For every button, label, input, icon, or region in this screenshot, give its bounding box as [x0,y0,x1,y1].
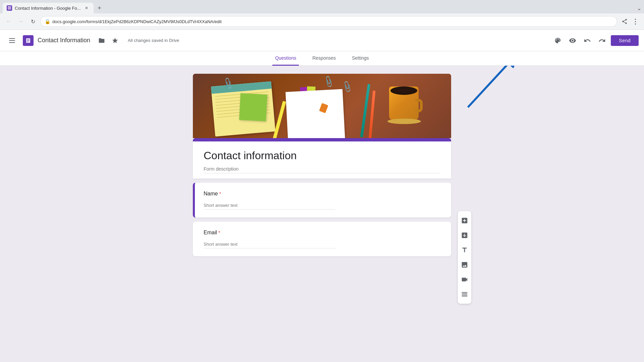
mug-saucer [387,119,421,124]
folder-icon[interactable] [96,35,108,47]
forward-button[interactable]: → [16,17,25,26]
hero-image: 📎 📎 📎 [193,74,451,138]
add-title-button[interactable] [458,243,471,257]
name-answer-input[interactable] [204,203,335,209]
tab-questions[interactable]: Questions [272,51,299,66]
tab-menu-button[interactable]: ⌄ [637,5,641,11]
browser-toolbar-right: ⋮ [620,17,640,26]
svg-rect-5 [27,40,30,41]
question-card-name: Name * [193,183,451,218]
svg-rect-2 [8,9,11,9]
redo-icon[interactable] [596,35,608,47]
white-paper [285,89,345,138]
address-bar-row: ← → ↻ 🔒 docs.google.com/forms/d/1EkjZePd… [0,13,644,29]
tab-responses[interactable]: Responses [310,51,338,66]
form-tabs: Questions Responses Settings [0,51,644,66]
sidebar-tools [458,211,471,304]
saved-status: All changes saved in Drive [128,38,179,43]
required-star-name: * [219,191,221,196]
add-question-button[interactable] [458,214,471,227]
form-title[interactable]: Contact information [204,149,440,162]
svg-rect-0 [8,6,11,7]
tab-close-button[interactable]: ✕ [84,5,90,11]
mug-handle [415,99,423,112]
forms-logo-icon [23,35,34,46]
question-card-email: Email * [193,222,451,256]
hero-desk-bg: 📎 📎 📎 [193,74,451,138]
app-header: Contact Information All changes saved in… [0,30,644,51]
app-logo [23,35,34,46]
browser-chrome: Contact Information - Google Fo... ✕ + ⌄… [0,0,644,30]
send-button[interactable]: Send [611,35,639,46]
svg-rect-4 [27,39,30,40]
header-icons [96,35,121,47]
coffee-mug [384,80,424,124]
lock-icon: 🔒 [45,19,50,24]
svg-line-8 [468,66,508,107]
import-question-button[interactable] [458,229,471,242]
question-label-name: Name * [204,191,443,197]
hamburger-menu-button[interactable] [5,34,19,47]
address-bar[interactable]: 🔒 docs.google.com/forms/d/1EkjZePd2B6zKD… [40,16,617,27]
tab-settings[interactable]: Settings [349,51,372,66]
main-content: 📎 📎 📎 [0,66,644,360]
app-title: Contact Information [38,37,90,44]
add-video-button[interactable] [458,273,471,286]
undo-icon[interactable] [581,35,593,47]
more-button[interactable]: ⋮ [631,17,640,26]
mug-coffee [390,86,417,95]
url-text: docs.google.com/forms/d/1EkjZePd2B6zKDPN… [52,19,613,24]
postit-green [239,93,267,121]
add-section-button[interactable] [458,288,471,301]
question-label-email: Email * [204,230,443,236]
header-right: Send [552,35,639,47]
orange-pen [368,90,375,138]
email-answer-input[interactable] [204,242,335,248]
arrow-annotation [458,66,525,114]
tab-favicon [7,5,12,11]
hamburger-icon [9,38,15,43]
paperclip-2: 📎 [322,75,335,88]
svg-rect-6 [27,41,29,42]
star-icon[interactable] [109,35,121,47]
new-tab-button[interactable]: + [95,3,104,13]
form-description-input[interactable] [204,166,440,173]
back-button[interactable]: ← [4,17,13,26]
palette-icon[interactable] [552,35,564,47]
refresh-button[interactable]: ↻ [28,17,38,26]
form-container: 📎 📎 📎 [193,74,451,256]
tab-bar: Contact Information - Google Fo... ✕ + ⌄ [0,0,644,13]
add-image-button[interactable] [458,258,471,272]
share-icon[interactable] [620,17,629,26]
preview-icon[interactable] [567,35,579,47]
svg-rect-1 [8,8,11,8]
active-tab[interactable]: Contact Information - Google Fo... ✕ [3,3,94,13]
tab-title: Contact Information - Google Fo... [15,6,81,11]
required-star-email: * [218,230,220,235]
teal-pen [360,84,370,137]
mug-body [389,86,419,120]
form-title-card: Contact information [193,138,451,179]
